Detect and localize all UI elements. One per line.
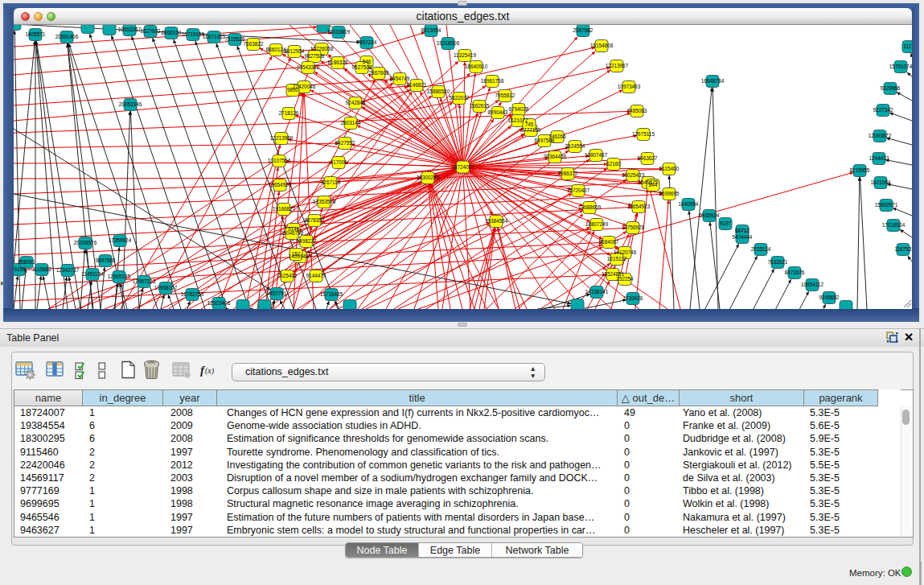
- svg-text:10107554: 10107554: [268, 158, 291, 163]
- svg-text:19654923: 19654923: [627, 204, 651, 209]
- svg-text:8454749: 8454749: [390, 76, 410, 81]
- svg-text:1640954: 1640954: [679, 201, 699, 207]
- svg-text:12923406: 12923406: [207, 300, 231, 306]
- svg-text:157: 157: [292, 251, 301, 257]
- svg-text:9684067: 9684067: [599, 239, 619, 245]
- svg-text:9827506: 9827506: [305, 53, 325, 59]
- svg-text:10958107: 10958107: [154, 285, 178, 290]
- svg-text:7663822: 7663822: [244, 41, 264, 47]
- svg-text:858061: 858061: [18, 259, 35, 265]
- svg-text:9890: 9890: [287, 87, 299, 93]
- svg-text:15692971: 15692971: [875, 202, 898, 208]
- svg-text:18807249: 18807249: [585, 221, 609, 227]
- svg-text:1117: 1117: [903, 43, 912, 49]
- svg-text:8878352: 8878352: [305, 217, 325, 223]
- svg-text:11451194: 11451194: [81, 271, 104, 277]
- svg-text:1527602: 1527602: [141, 28, 161, 34]
- svg-text:9115460: 9115460: [659, 166, 680, 171]
- svg-text:9146821: 9146821: [407, 82, 427, 88]
- svg-text:10973493: 10973493: [618, 84, 641, 89]
- svg-text:66712: 66712: [735, 228, 749, 233]
- svg-text:7857224: 7857224: [357, 39, 377, 45]
- svg-text:16046798: 16046798: [281, 230, 304, 236]
- svg-text:6497568: 6497568: [535, 138, 555, 143]
- svg-text:9197: 9197: [720, 220, 732, 226]
- svg-text:5498222: 5498222: [297, 238, 317, 244]
- svg-text:745: 745: [525, 122, 534, 127]
- svg-text:10025433: 10025433: [622, 172, 645, 178]
- svg-text:14120746: 14120746: [614, 249, 637, 255]
- svg-text:18640910: 18640910: [465, 64, 488, 69]
- svg-text:19218506: 19218506: [437, 40, 460, 46]
- svg-text:12342737: 12342737: [56, 267, 80, 273]
- svg-text:2803144: 2803144: [341, 120, 361, 126]
- svg-text:5935924: 5935924: [700, 212, 720, 218]
- svg-text:12213989: 12213989: [270, 135, 294, 141]
- svg-text:9474444: 9474444: [733, 234, 753, 240]
- svg-text:9245652: 9245652: [819, 295, 840, 300]
- svg-text:17016504: 17016504: [882, 222, 906, 228]
- svg-text:15226058: 15226058: [310, 46, 334, 51]
- svg-text:39159: 39159: [14, 266, 26, 272]
- svg-text:1405571: 1405571: [26, 31, 46, 37]
- svg-text:20364436: 20364436: [544, 154, 567, 159]
- svg-text:8186328: 8186328: [328, 60, 348, 65]
- svg-text:1244413: 1244413: [869, 155, 889, 161]
- svg-text:5822037: 5822037: [450, 95, 470, 101]
- svg-text:2935114: 2935114: [751, 246, 771, 252]
- svg-text:20691406: 20691406: [55, 34, 79, 39]
- svg-text:9457791: 9457791: [267, 290, 287, 296]
- svg-text:1562615: 1562615: [470, 103, 490, 109]
- svg-text:16961758: 16961758: [481, 78, 504, 84]
- svg-text:12213967: 12213967: [606, 63, 629, 68]
- svg-text:3624554: 3624554: [565, 143, 585, 149]
- svg-text:8990443: 8990443: [488, 109, 508, 115]
- svg-text:10756928: 10756928: [622, 225, 645, 230]
- svg-text:19166827: 19166827: [273, 206, 296, 212]
- svg-text:2087682: 2087682: [573, 27, 593, 33]
- svg-text:15886520: 15886520: [427, 89, 450, 94]
- svg-text:12093872: 12093872: [869, 133, 892, 138]
- svg-text:17359924: 17359924: [109, 237, 132, 243]
- svg-text:17957223: 17957223: [133, 278, 156, 284]
- svg-text:(x): (x): [205, 366, 215, 376]
- svg-text:10543382: 10543382: [297, 64, 320, 70]
- svg-text:18300295: 18300295: [417, 175, 440, 180]
- svg-text:2718126: 2718126: [279, 110, 299, 116]
- svg-text:16154808: 16154808: [590, 43, 614, 48]
- svg-text:7625402: 7625402: [277, 273, 298, 278]
- svg-text:11325419: 11325419: [454, 52, 476, 58]
- svg-text:9463627: 9463627: [638, 155, 658, 161]
- svg-text:6966160: 6966160: [162, 30, 182, 35]
- svg-text:7955812: 7955812: [495, 93, 515, 98]
- svg-text:15751074: 15751074: [889, 64, 912, 69]
- svg-text:6794028: 6794028: [509, 106, 529, 112]
- svg-text:20206576: 20206576: [74, 240, 97, 245]
- svg-text:16033809: 16033809: [327, 29, 351, 35]
- svg-text:546: 546: [363, 59, 372, 64]
- svg-text:417006: 417006: [330, 159, 347, 165]
- svg-text:8215955: 8215955: [850, 167, 870, 173]
- svg-text:9329966: 9329966: [881, 85, 901, 91]
- svg-text:12353594: 12353594: [313, 199, 336, 204]
- svg-text:19384554: 19384554: [485, 218, 508, 224]
- svg-text:8813054: 8813054: [421, 27, 441, 33]
- svg-text:1733426: 1733426: [623, 295, 643, 301]
- svg-text:4267110: 4267110: [321, 179, 341, 185]
- svg-text:16671355: 16671355: [203, 34, 226, 39]
- svg-text:8912954: 8912954: [285, 48, 305, 54]
- svg-text:7986372: 7986372: [558, 171, 578, 176]
- svg-text:16782759: 16782759: [181, 291, 204, 297]
- svg-text:19654923: 19654923: [269, 182, 292, 187]
- svg-text:10688609: 10688609: [578, 204, 602, 210]
- svg-text:10807487: 10807487: [585, 152, 608, 158]
- svg-text:116753: 116753: [895, 246, 912, 252]
- svg-text:7832621: 7832621: [768, 259, 788, 265]
- svg-text:8860124: 8860124: [266, 47, 286, 52]
- svg-text:2867608: 2867608: [369, 70, 389, 76]
- svg-text:14136141: 14136141: [585, 289, 609, 295]
- svg-text:9897568: 9897568: [96, 257, 116, 263]
- svg-text:844: 844: [649, 182, 658, 187]
- svg-text:12905185: 12905185: [108, 274, 131, 279]
- svg-text:10654112: 10654112: [801, 282, 823, 287]
